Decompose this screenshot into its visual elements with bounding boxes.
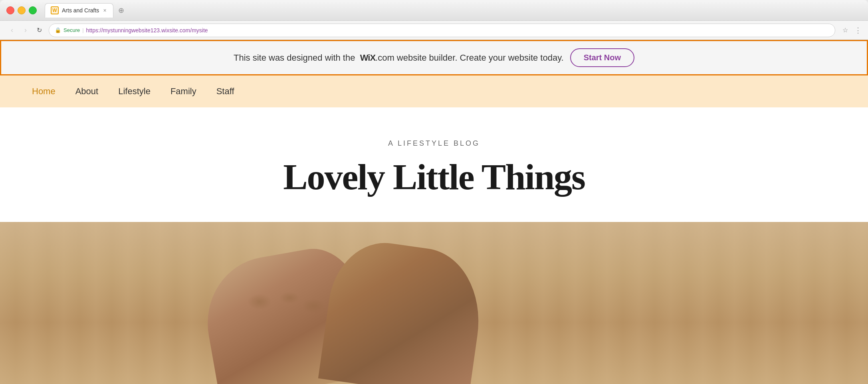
tab-favicon-icon: W (51, 6, 59, 14)
tab-title: Arts and Crafts (62, 7, 99, 14)
back-button[interactable]: ‹ (6, 25, 18, 36)
hands-photo (0, 222, 868, 384)
minimize-button[interactable] (18, 6, 26, 14)
tab-bar: W Arts and Crafts × ⊕ (45, 3, 862, 18)
wix-logo: WiX (360, 53, 375, 63)
nav-item-home[interactable]: Home (32, 83, 55, 100)
wix-banner: This site was designed with the WiX.com … (0, 40, 868, 75)
banner-text-before: This site was designed with the WiX.com … (234, 53, 564, 63)
site-navigation: Home About Lifestyle Family Staff (0, 75, 868, 107)
browser-content: This site was designed with the WiX.com … (0, 40, 868, 384)
hero-title: Lovely Little Things (0, 156, 868, 198)
nav-buttons: ‹ › ↻ (6, 25, 45, 36)
url-bar[interactable]: 🔒 Secure | https://mystunningwebsite123.… (49, 24, 835, 37)
close-button[interactable] (6, 6, 14, 14)
secure-lock-icon: 🔒 (55, 27, 61, 33)
browser-tab[interactable]: W Arts and Crafts × (45, 3, 113, 18)
bookmark-icon[interactable]: ☆ (842, 26, 848, 34)
new-tab-button[interactable]: ⊕ (115, 4, 128, 17)
traffic-lights (6, 6, 37, 14)
more-options-icon[interactable]: ⋮ (854, 26, 862, 35)
nav-item-staff[interactable]: Staff (216, 83, 234, 100)
url-display: https://mystunningwebsite123.wixsite.com… (86, 27, 829, 34)
secure-label: Secure (63, 27, 80, 33)
title-bar: W Arts and Crafts × ⊕ (0, 0, 868, 21)
hero-image (0, 222, 868, 384)
hand-right (318, 236, 488, 384)
hero-section: A LIFESTYLE BLOG Lovely Little Things (0, 107, 868, 222)
url-separator: | (82, 27, 83, 33)
forward-button[interactable]: › (20, 25, 31, 36)
reload-button[interactable]: ↻ (34, 25, 45, 36)
hero-subtitle: A LIFESTYLE BLOG (0, 139, 868, 148)
nav-item-family[interactable]: Family (170, 83, 196, 100)
browser-window: W Arts and Crafts × ⊕ ‹ › ↻ 🔒 Secure | (0, 0, 868, 384)
nav-item-about[interactable]: About (75, 83, 99, 100)
maximize-button[interactable] (29, 6, 37, 14)
tab-close-button[interactable]: × (102, 7, 107, 14)
nav-item-lifestyle[interactable]: Lifestyle (118, 83, 151, 100)
address-bar: ‹ › ↻ 🔒 Secure | https://mystunningwebsi… (0, 21, 868, 40)
start-now-button[interactable]: Start Now (570, 48, 634, 67)
